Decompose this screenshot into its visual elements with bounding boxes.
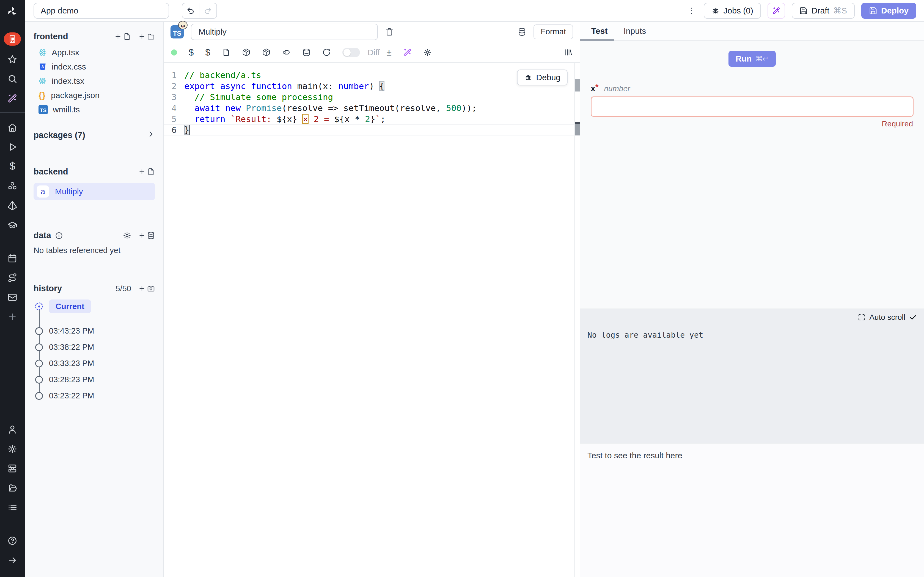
deploy-label: Deploy bbox=[881, 6, 909, 15]
history-entry[interactable]: 03:28:23 PM bbox=[35, 375, 155, 384]
jobs-label: Jobs (0) bbox=[724, 6, 753, 15]
bug-icon bbox=[524, 73, 532, 82]
check-icon[interactable] bbox=[909, 314, 917, 321]
library-icon[interactable] bbox=[564, 48, 573, 56]
code-line-3[interactable]: 3 // Simulate some processing bbox=[164, 92, 580, 103]
more-menu-icon[interactable] bbox=[686, 3, 697, 19]
x-number-input[interactable] bbox=[591, 97, 914, 117]
rail-cubes-icon[interactable] bbox=[3, 176, 21, 196]
text-cursor bbox=[189, 125, 190, 135]
plus-minus-icon[interactable]: ± bbox=[386, 47, 392, 58]
rail-arrow-right-icon[interactable] bbox=[3, 550, 21, 570]
run-button[interactable]: Run ⌘↵ bbox=[729, 51, 776, 67]
css-icon: 3 bbox=[39, 63, 47, 71]
editor-scrollbar[interactable] bbox=[574, 63, 580, 577]
wand-icon[interactable] bbox=[403, 48, 412, 56]
redo-button[interactable] bbox=[199, 3, 217, 19]
rail-folder-open-icon[interactable] bbox=[3, 478, 21, 498]
rail-gear-icon[interactable] bbox=[3, 439, 21, 459]
rail-list-icon[interactable] bbox=[3, 498, 21, 517]
add-script-button[interactable] bbox=[138, 168, 155, 176]
code-line-5[interactable]: 5 return `Result: ${x} × 2 = ${x * 2}`; bbox=[164, 113, 580, 124]
rail-star-icon[interactable] bbox=[3, 50, 21, 69]
chevron-right-icon[interactable] bbox=[147, 130, 155, 140]
file-item-App.tsx[interactable]: App.tsx bbox=[36, 45, 155, 60]
tab-inputs[interactable]: Inputs bbox=[624, 26, 646, 36]
rail-plus-icon[interactable] bbox=[3, 307, 21, 326]
run-label: Run bbox=[736, 54, 751, 63]
rail-dollar-icon[interactable]: $ bbox=[3, 156, 21, 176]
rail-wand-icon[interactable] bbox=[3, 89, 21, 108]
file-name: package.json bbox=[51, 91, 100, 100]
code-line-6[interactable]: 6} bbox=[164, 124, 580, 135]
ai-wand-button[interactable] bbox=[767, 3, 785, 19]
rail-help-icon[interactable] bbox=[3, 531, 21, 550]
diff-label: Diff bbox=[368, 48, 380, 57]
add-snapshot-button[interactable] bbox=[138, 284, 155, 293]
file-item-index.css[interactable]: 3index.css bbox=[36, 60, 155, 74]
debug-button[interactable]: Debug bbox=[517, 69, 568, 85]
run-shortcut: ⌘↵ bbox=[755, 55, 769, 63]
history-entry[interactable]: 03:33:23 PM bbox=[35, 359, 155, 368]
gear-icon[interactable] bbox=[423, 48, 432, 56]
topbar: Jobs (0) Draft ⌘S Deploy bbox=[25, 0, 924, 22]
history-entry[interactable]: 03:23:22 PM bbox=[35, 391, 155, 400]
data-settings-button[interactable] bbox=[123, 231, 131, 240]
file-icon[interactable] bbox=[222, 48, 231, 56]
variable-dollar-icon[interactable]: $ bbox=[189, 47, 194, 58]
app-title-input[interactable] bbox=[34, 3, 169, 19]
autoscroll-label: Auto scroll bbox=[869, 313, 905, 322]
refresh-icon[interactable] bbox=[322, 48, 331, 56]
rail-home-icon[interactable] bbox=[3, 118, 21, 137]
data-empty-text: No tables referenced yet bbox=[34, 246, 155, 255]
schema-database-button[interactable] bbox=[517, 27, 527, 36]
package-icon[interactable] bbox=[242, 48, 250, 56]
format-button[interactable]: Format bbox=[533, 24, 573, 39]
typescript-bun-icon: TS bbox=[171, 25, 184, 39]
script-badge: a bbox=[37, 185, 49, 198]
file-item-package.json[interactable]: {}package.json bbox=[36, 88, 155, 103]
rail-calendar-icon[interactable] bbox=[3, 248, 21, 268]
database-icon[interactable] bbox=[302, 48, 311, 56]
add-database-button[interactable] bbox=[138, 231, 155, 240]
rail-mail-icon[interactable] bbox=[3, 287, 21, 307]
history-marker-icon bbox=[35, 376, 43, 384]
scrollbar-thumb[interactable] bbox=[575, 79, 580, 92]
rail-graduation-cap-icon[interactable] bbox=[3, 215, 21, 235]
history-current[interactable]: Current bbox=[35, 300, 155, 313]
variable-dollar-icon[interactable]: $ bbox=[205, 47, 210, 58]
current-marker-icon bbox=[35, 303, 43, 310]
delete-script-button[interactable] bbox=[385, 27, 394, 36]
rail-worker-icon[interactable] bbox=[3, 459, 21, 478]
add-folder-button[interactable] bbox=[138, 32, 155, 41]
history-entry[interactable]: 03:43:23 PM bbox=[35, 326, 155, 335]
tab-test[interactable]: Test bbox=[591, 26, 607, 36]
backend-script-multiply[interactable]: a Multiply bbox=[34, 183, 155, 200]
draft-button[interactable]: Draft ⌘S bbox=[792, 3, 855, 19]
add-file-button[interactable] bbox=[115, 32, 131, 41]
deploy-button[interactable]: Deploy bbox=[861, 3, 916, 19]
plus-icon bbox=[138, 232, 145, 239]
code-editor[interactable]: 1// backend/a.ts2export async function m… bbox=[164, 63, 580, 577]
jobs-button[interactable]: Jobs (0) bbox=[704, 3, 761, 19]
history-entry[interactable]: 03:38:22 PM bbox=[35, 343, 155, 352]
code-line-4[interactable]: 4 await new Promise(resolve => setTimeou… bbox=[164, 103, 580, 113]
file-item-index.tsx[interactable]: index.tsx bbox=[36, 74, 155, 88]
undo-button[interactable] bbox=[182, 3, 199, 19]
diff-toggle[interactable] bbox=[342, 48, 360, 57]
plus-icon bbox=[138, 33, 145, 40]
file-name: wmill.ts bbox=[53, 105, 80, 114]
file-item-wmill.ts[interactable]: TSwmill.ts bbox=[36, 103, 155, 117]
connector-icon[interactable] bbox=[282, 48, 291, 56]
package-icon[interactable] bbox=[262, 48, 271, 56]
windmill-logo-icon[interactable] bbox=[6, 5, 19, 18]
rail-route-icon[interactable] bbox=[3, 268, 21, 287]
rail-user-icon[interactable] bbox=[3, 419, 21, 439]
save-icon bbox=[800, 6, 808, 15]
script-name-input[interactable] bbox=[191, 24, 378, 40]
expand-icon[interactable] bbox=[858, 314, 866, 321]
rail-pyramid-icon[interactable] bbox=[3, 196, 21, 215]
workspace-building-icon[interactable] bbox=[3, 29, 21, 50]
rail-search-icon[interactable] bbox=[3, 69, 21, 89]
rail-play-icon[interactable] bbox=[3, 137, 21, 156]
